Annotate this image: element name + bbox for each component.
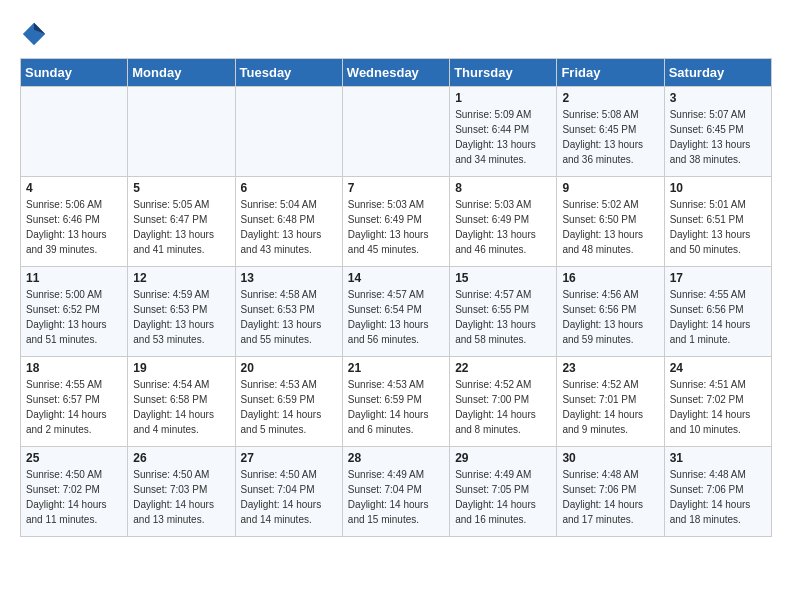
calendar-day-cell: 23Sunrise: 4:52 AM Sunset: 7:01 PM Dayli… bbox=[557, 357, 664, 447]
day-number: 15 bbox=[455, 271, 551, 285]
day-number: 12 bbox=[133, 271, 229, 285]
days-of-week-row: SundayMondayTuesdayWednesdayThursdayFrid… bbox=[21, 59, 772, 87]
day-of-week-header: Thursday bbox=[450, 59, 557, 87]
day-number: 8 bbox=[455, 181, 551, 195]
calendar-day-cell: 8Sunrise: 5:03 AM Sunset: 6:49 PM Daylig… bbox=[450, 177, 557, 267]
day-number: 27 bbox=[241, 451, 337, 465]
day-detail: Sunrise: 4:50 AM Sunset: 7:03 PM Dayligh… bbox=[133, 467, 229, 527]
calendar-day-cell: 20Sunrise: 4:53 AM Sunset: 6:59 PM Dayli… bbox=[235, 357, 342, 447]
day-detail: Sunrise: 5:04 AM Sunset: 6:48 PM Dayligh… bbox=[241, 197, 337, 257]
day-detail: Sunrise: 5:05 AM Sunset: 6:47 PM Dayligh… bbox=[133, 197, 229, 257]
day-of-week-header: Sunday bbox=[21, 59, 128, 87]
calendar-day-cell: 17Sunrise: 4:55 AM Sunset: 6:56 PM Dayli… bbox=[664, 267, 771, 357]
calendar-day-cell: 3Sunrise: 5:07 AM Sunset: 6:45 PM Daylig… bbox=[664, 87, 771, 177]
day-detail: Sunrise: 4:53 AM Sunset: 6:59 PM Dayligh… bbox=[241, 377, 337, 437]
calendar-day-cell: 22Sunrise: 4:52 AM Sunset: 7:00 PM Dayli… bbox=[450, 357, 557, 447]
calendar-day-cell bbox=[342, 87, 449, 177]
day-number: 30 bbox=[562, 451, 658, 465]
calendar-table: SundayMondayTuesdayWednesdayThursdayFrid… bbox=[20, 58, 772, 537]
calendar-day-cell: 2Sunrise: 5:08 AM Sunset: 6:45 PM Daylig… bbox=[557, 87, 664, 177]
calendar-day-cell: 11Sunrise: 5:00 AM Sunset: 6:52 PM Dayli… bbox=[21, 267, 128, 357]
day-number: 13 bbox=[241, 271, 337, 285]
day-detail: Sunrise: 5:00 AM Sunset: 6:52 PM Dayligh… bbox=[26, 287, 122, 347]
day-number: 5 bbox=[133, 181, 229, 195]
calendar-day-cell bbox=[235, 87, 342, 177]
day-detail: Sunrise: 4:56 AM Sunset: 6:56 PM Dayligh… bbox=[562, 287, 658, 347]
day-number: 20 bbox=[241, 361, 337, 375]
day-number: 2 bbox=[562, 91, 658, 105]
calendar-day-cell: 13Sunrise: 4:58 AM Sunset: 6:53 PM Dayli… bbox=[235, 267, 342, 357]
day-detail: Sunrise: 5:01 AM Sunset: 6:51 PM Dayligh… bbox=[670, 197, 766, 257]
logo bbox=[20, 20, 52, 48]
calendar-week-row: 25Sunrise: 4:50 AM Sunset: 7:02 PM Dayli… bbox=[21, 447, 772, 537]
day-number: 21 bbox=[348, 361, 444, 375]
day-of-week-header: Tuesday bbox=[235, 59, 342, 87]
day-detail: Sunrise: 5:08 AM Sunset: 6:45 PM Dayligh… bbox=[562, 107, 658, 167]
calendar-body: 1Sunrise: 5:09 AM Sunset: 6:44 PM Daylig… bbox=[21, 87, 772, 537]
day-of-week-header: Wednesday bbox=[342, 59, 449, 87]
calendar-day-cell: 27Sunrise: 4:50 AM Sunset: 7:04 PM Dayli… bbox=[235, 447, 342, 537]
day-detail: Sunrise: 4:53 AM Sunset: 6:59 PM Dayligh… bbox=[348, 377, 444, 437]
day-number: 31 bbox=[670, 451, 766, 465]
calendar-day-cell: 31Sunrise: 4:48 AM Sunset: 7:06 PM Dayli… bbox=[664, 447, 771, 537]
day-number: 22 bbox=[455, 361, 551, 375]
day-detail: Sunrise: 5:09 AM Sunset: 6:44 PM Dayligh… bbox=[455, 107, 551, 167]
day-number: 3 bbox=[670, 91, 766, 105]
day-detail: Sunrise: 4:58 AM Sunset: 6:53 PM Dayligh… bbox=[241, 287, 337, 347]
calendar-day-cell: 16Sunrise: 4:56 AM Sunset: 6:56 PM Dayli… bbox=[557, 267, 664, 357]
calendar-day-cell: 9Sunrise: 5:02 AM Sunset: 6:50 PM Daylig… bbox=[557, 177, 664, 267]
day-number: 23 bbox=[562, 361, 658, 375]
day-number: 4 bbox=[26, 181, 122, 195]
day-number: 19 bbox=[133, 361, 229, 375]
calendar-week-row: 18Sunrise: 4:55 AM Sunset: 6:57 PM Dayli… bbox=[21, 357, 772, 447]
calendar-day-cell: 29Sunrise: 4:49 AM Sunset: 7:05 PM Dayli… bbox=[450, 447, 557, 537]
calendar-day-cell: 26Sunrise: 4:50 AM Sunset: 7:03 PM Dayli… bbox=[128, 447, 235, 537]
logo-icon bbox=[20, 20, 48, 48]
calendar-week-row: 4Sunrise: 5:06 AM Sunset: 6:46 PM Daylig… bbox=[21, 177, 772, 267]
day-detail: Sunrise: 4:48 AM Sunset: 7:06 PM Dayligh… bbox=[562, 467, 658, 527]
calendar-day-cell: 24Sunrise: 4:51 AM Sunset: 7:02 PM Dayli… bbox=[664, 357, 771, 447]
day-detail: Sunrise: 4:50 AM Sunset: 7:02 PM Dayligh… bbox=[26, 467, 122, 527]
day-detail: Sunrise: 4:57 AM Sunset: 6:54 PM Dayligh… bbox=[348, 287, 444, 347]
day-number: 11 bbox=[26, 271, 122, 285]
day-number: 10 bbox=[670, 181, 766, 195]
calendar-day-cell: 19Sunrise: 4:54 AM Sunset: 6:58 PM Dayli… bbox=[128, 357, 235, 447]
day-detail: Sunrise: 4:59 AM Sunset: 6:53 PM Dayligh… bbox=[133, 287, 229, 347]
calendar-day-cell: 4Sunrise: 5:06 AM Sunset: 6:46 PM Daylig… bbox=[21, 177, 128, 267]
day-number: 14 bbox=[348, 271, 444, 285]
day-number: 7 bbox=[348, 181, 444, 195]
calendar-day-cell: 14Sunrise: 4:57 AM Sunset: 6:54 PM Dayli… bbox=[342, 267, 449, 357]
day-detail: Sunrise: 4:52 AM Sunset: 7:01 PM Dayligh… bbox=[562, 377, 658, 437]
day-detail: Sunrise: 4:50 AM Sunset: 7:04 PM Dayligh… bbox=[241, 467, 337, 527]
day-number: 25 bbox=[26, 451, 122, 465]
day-detail: Sunrise: 4:48 AM Sunset: 7:06 PM Dayligh… bbox=[670, 467, 766, 527]
calendar-day-cell: 30Sunrise: 4:48 AM Sunset: 7:06 PM Dayli… bbox=[557, 447, 664, 537]
day-number: 6 bbox=[241, 181, 337, 195]
calendar-day-cell: 28Sunrise: 4:49 AM Sunset: 7:04 PM Dayli… bbox=[342, 447, 449, 537]
day-number: 18 bbox=[26, 361, 122, 375]
day-detail: Sunrise: 4:52 AM Sunset: 7:00 PM Dayligh… bbox=[455, 377, 551, 437]
day-number: 24 bbox=[670, 361, 766, 375]
calendar-day-cell: 12Sunrise: 4:59 AM Sunset: 6:53 PM Dayli… bbox=[128, 267, 235, 357]
calendar-day-cell: 25Sunrise: 4:50 AM Sunset: 7:02 PM Dayli… bbox=[21, 447, 128, 537]
calendar-day-cell: 7Sunrise: 5:03 AM Sunset: 6:49 PM Daylig… bbox=[342, 177, 449, 267]
calendar-day-cell: 6Sunrise: 5:04 AM Sunset: 6:48 PM Daylig… bbox=[235, 177, 342, 267]
day-detail: Sunrise: 5:07 AM Sunset: 6:45 PM Dayligh… bbox=[670, 107, 766, 167]
calendar-week-row: 11Sunrise: 5:00 AM Sunset: 6:52 PM Dayli… bbox=[21, 267, 772, 357]
calendar-day-cell: 5Sunrise: 5:05 AM Sunset: 6:47 PM Daylig… bbox=[128, 177, 235, 267]
day-number: 29 bbox=[455, 451, 551, 465]
day-detail: Sunrise: 4:55 AM Sunset: 6:57 PM Dayligh… bbox=[26, 377, 122, 437]
day-detail: Sunrise: 4:51 AM Sunset: 7:02 PM Dayligh… bbox=[670, 377, 766, 437]
day-number: 17 bbox=[670, 271, 766, 285]
day-detail: Sunrise: 4:49 AM Sunset: 7:04 PM Dayligh… bbox=[348, 467, 444, 527]
calendar-day-cell: 21Sunrise: 4:53 AM Sunset: 6:59 PM Dayli… bbox=[342, 357, 449, 447]
day-detail: Sunrise: 4:55 AM Sunset: 6:56 PM Dayligh… bbox=[670, 287, 766, 347]
day-number: 16 bbox=[562, 271, 658, 285]
day-of-week-header: Monday bbox=[128, 59, 235, 87]
day-detail: Sunrise: 4:49 AM Sunset: 7:05 PM Dayligh… bbox=[455, 467, 551, 527]
calendar-day-cell: 1Sunrise: 5:09 AM Sunset: 6:44 PM Daylig… bbox=[450, 87, 557, 177]
day-detail: Sunrise: 4:57 AM Sunset: 6:55 PM Dayligh… bbox=[455, 287, 551, 347]
header bbox=[20, 20, 772, 48]
day-number: 28 bbox=[348, 451, 444, 465]
calendar-day-cell: 18Sunrise: 4:55 AM Sunset: 6:57 PM Dayli… bbox=[21, 357, 128, 447]
